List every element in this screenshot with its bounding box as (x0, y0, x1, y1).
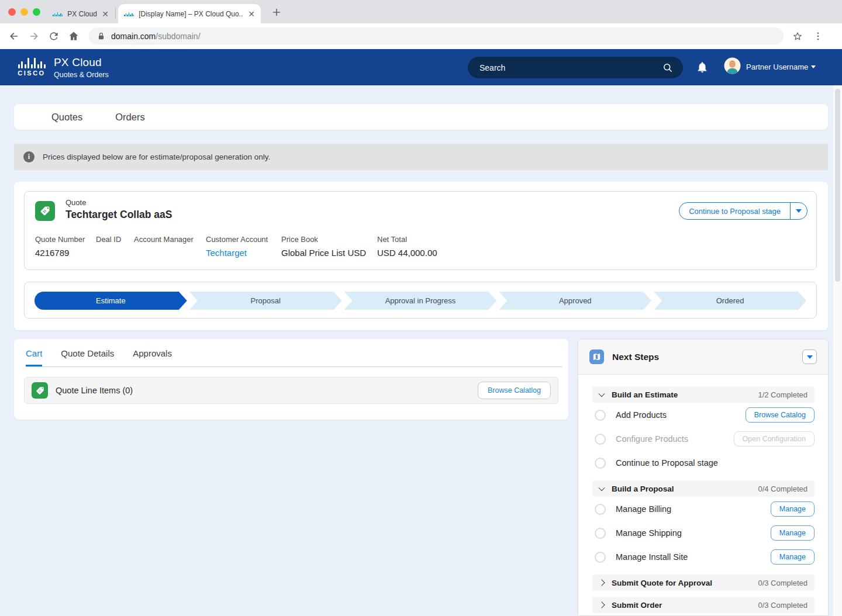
tab-close-icon[interactable]: ✕ (102, 10, 109, 18)
quote-fields: Quote Number 4216789 Deal ID Account Man… (35, 235, 806, 258)
tab-title: PX Cloud (67, 10, 97, 18)
step-manage-billing: Manage Billing Manage (592, 497, 815, 521)
browser-tab-px-cloud[interactable]: PX Cloud ✕ (47, 4, 115, 23)
step-manage-install-site: Manage Install Site Manage (592, 545, 815, 569)
url-path: /subdomain/ (156, 32, 200, 41)
step-status-circle (595, 552, 606, 563)
section-status: 0/3 Completed (758, 601, 808, 610)
quote-title: Techtarget Collab aaS (65, 209, 172, 221)
search-input[interactable] (479, 63, 662, 72)
quote-line-items-label: Quote Line Items (0) (56, 386, 133, 395)
field-deal-id: Deal ID (96, 235, 134, 258)
manage-billing-button[interactable]: Manage (771, 501, 815, 517)
username-label[interactable]: Partner Username (746, 63, 808, 71)
section-submit-order[interactable]: Submit Order 0/3 Completed (592, 597, 815, 613)
next-steps-panel: Next Steps Build an Estimate 1/2 Complet… (578, 339, 829, 616)
field-account-manager: Account Manager (134, 235, 206, 258)
notifications-button[interactable] (696, 61, 709, 74)
tab-title: [Display Name] – PX Cloud Quo... (139, 10, 243, 18)
quote-stage-progress-card: Estimate Proposal Approval in Progress A… (24, 282, 817, 319)
bookmark-star-icon[interactable] (792, 30, 803, 42)
search-bar (468, 57, 683, 78)
app-title: PX Cloud (54, 56, 109, 69)
browser-tab-active[interactable]: [Display Name] – PX Cloud Quo... ✕ (118, 4, 261, 23)
url-text: domain.com/subdomain/ (111, 32, 201, 41)
step-continue-to-proposal-stage: Continue to Proposal stage (592, 451, 815, 475)
plus-icon (272, 8, 281, 16)
quote-header-card: Quote Techtarget Collab aaS Continue to … (24, 191, 817, 270)
info-banner: i Prices displayed below are for estimat… (14, 144, 828, 170)
tab-close-icon[interactable]: ✕ (248, 10, 255, 18)
cisco-favicon (53, 12, 63, 16)
nav-tab-orders[interactable]: Orders (115, 112, 144, 123)
customer-account-link[interactable]: Techtarget (206, 248, 281, 258)
browse-catalog-step-button[interactable]: Browse Catalog (746, 407, 815, 423)
step-status-circle (595, 410, 606, 421)
step-status-circle (595, 504, 606, 515)
window-zoom-button[interactable] (33, 8, 40, 16)
field-price-book: Price Book Global Price List USD (281, 235, 377, 258)
section-build-an-estimate[interactable]: Build an Estimate 1/2 Completed (592, 386, 815, 403)
user-avatar[interactable] (724, 57, 741, 74)
caret-down-icon (796, 209, 802, 213)
app-subtitle: Quotes & Orders (54, 71, 109, 79)
browse-catalog-button[interactable]: Browse Calatlog (478, 382, 551, 399)
quote-type-label: Quote (65, 198, 86, 207)
next-steps-title: Next Steps (612, 352, 659, 362)
bell-icon (696, 61, 709, 74)
cart-panel-tabs: Cart Quote Details Approvals (26, 339, 563, 367)
stage-estimate: Estimate (34, 292, 187, 310)
window-minimize-button[interactable] (20, 8, 28, 16)
field-net-total: Net Total USD 44,000.00 (377, 235, 437, 258)
search-icon[interactable] (662, 62, 674, 74)
back-icon[interactable] (8, 30, 20, 42)
cart-panel: Cart Quote Details Approvals Quote Line … (14, 339, 568, 420)
stage-approval-in-progress: Approval in Progress (344, 292, 497, 310)
manage-shipping-button[interactable]: Manage (771, 525, 815, 541)
next-steps-body: Build an Estimate 1/2 Completed Add Prod… (578, 375, 828, 613)
proposal-actions-caret-button[interactable] (791, 209, 807, 213)
line-items-tag-icon (32, 382, 48, 399)
tab-cart[interactable]: Cart (26, 348, 42, 366)
app-titles: PX Cloud Quotes & Orders (54, 56, 109, 79)
scrollbar-thumb[interactable] (835, 89, 840, 282)
quote-line-items-bar: Quote Line Items (0) Browse Calatlog (24, 377, 558, 404)
home-icon[interactable] (68, 30, 80, 42)
app-header: CISCO PX Cloud Quotes & Orders Partner U… (0, 49, 842, 85)
cisco-logo: CISCO (16, 57, 47, 77)
nav-tab-quotes[interactable]: Quotes (51, 112, 82, 123)
caret-down-icon (807, 355, 813, 359)
step-status-circle (595, 458, 606, 469)
field-quote-number: Quote Number 4216789 (35, 235, 96, 258)
tab-approvals[interactable]: Approvals (133, 348, 172, 366)
new-tab-button[interactable] (269, 5, 284, 20)
field-customer-account: Customer Account Techtarget (206, 235, 281, 258)
cisco-favicon (124, 12, 134, 16)
step-configure-products: Configure Products Open Configuration (592, 427, 815, 451)
step-manage-shipping: Manage Shipping Manage (592, 521, 815, 545)
forward-icon[interactable] (28, 30, 40, 42)
chevron-right-icon (598, 601, 605, 608)
next-steps-header: Next Steps (578, 340, 828, 375)
section-build-a-proposal[interactable]: Build a Proposal 0/4 Completed (592, 480, 815, 497)
continue-to-proposal-button[interactable]: Continue to Proposal stage (679, 207, 790, 216)
url-field[interactable]: domain.com/subdomain/ (89, 27, 784, 45)
reload-icon[interactable] (48, 30, 60, 42)
step-add-products: Add Products Browse Catalog (592, 403, 815, 427)
browser-menu-icon[interactable] (813, 31, 823, 41)
step-status-circle (595, 434, 606, 445)
window-close-button[interactable] (8, 8, 16, 16)
continue-to-proposal-split-button: Continue to Proposal stage (679, 202, 808, 220)
cisco-wordmark: CISCO (16, 70, 47, 77)
stage-progress-bar: Estimate Proposal Approval in Progress A… (34, 292, 806, 310)
step-status-circle (595, 528, 606, 539)
section-submit-quote-for-approval[interactable]: Submit Quote for Approval 0/3 Completed (592, 575, 815, 591)
section-status: 0/3 Completed (758, 579, 808, 587)
manage-install-site-button[interactable]: Manage (771, 549, 815, 565)
page-scrollbar[interactable] (833, 85, 842, 616)
next-steps-collapse-button[interactable] (802, 349, 817, 364)
user-menu-caret-icon[interactable] (811, 65, 816, 68)
tab-quote-details[interactable]: Quote Details (61, 348, 114, 366)
next-steps-map-icon (589, 349, 604, 364)
stage-approved: Approved (499, 292, 651, 310)
